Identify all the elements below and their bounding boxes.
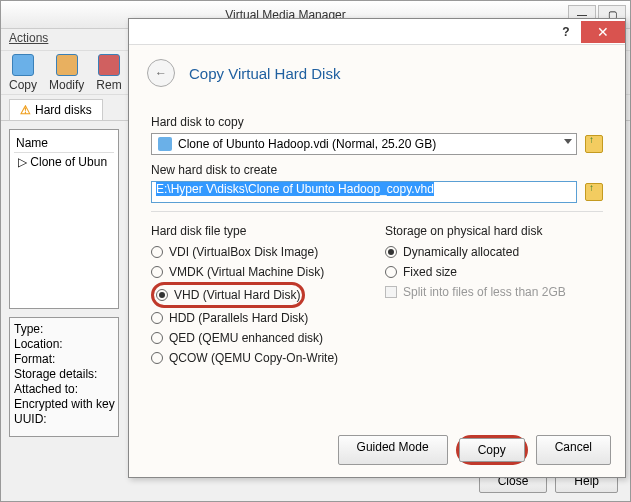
storage-group: Storage on physical hard disk Dynamicall… — [385, 216, 603, 368]
copy-icon — [12, 54, 34, 76]
list-header: Name — [14, 134, 114, 153]
disk-list[interactable]: Name ▷ Clone of Ubun — [9, 129, 119, 309]
browse-source-button[interactable] — [585, 135, 603, 153]
wizard-help-button[interactable]: ? — [551, 21, 581, 43]
wizard-body: Hard disk to copy Clone of Ubunto Hadoop… — [129, 101, 625, 374]
source-row: Clone of Ubunto Hadoop.vdi (Normal, 25.2… — [151, 133, 603, 155]
wizard-title: Copy Virtual Hard Disk — [189, 65, 340, 82]
back-button[interactable]: ← — [147, 59, 175, 87]
copy-highlight-circle: Copy — [456, 435, 528, 465]
list-item[interactable]: ▷ Clone of Ubun — [14, 153, 114, 171]
cancel-button[interactable]: Cancel — [536, 435, 611, 465]
radio-dynamic[interactable]: Dynamically allocated — [385, 242, 603, 262]
radio-icon — [151, 352, 163, 364]
new-disk-path-input[interactable]: E:\Hyper V\disks\Clone of Ubunto Hadoop_… — [151, 181, 577, 203]
detail-format: Format: — [14, 352, 114, 367]
newdisk-label: New hard disk to create — [151, 163, 603, 177]
options-columns: Hard disk file type VDI (VirtualBox Disk… — [151, 216, 603, 368]
radio-icon — [151, 332, 163, 344]
file-type-label: Hard disk file type — [151, 224, 369, 238]
modify-tool-label: Modify — [49, 78, 84, 92]
remove-tool-label: Rem — [96, 78, 121, 92]
radio-vdi[interactable]: VDI (VirtualBox Disk Image) — [151, 242, 369, 262]
warning-icon: ⚠ — [20, 103, 31, 117]
divider — [151, 211, 603, 212]
copy-button[interactable]: Copy — [459, 438, 525, 462]
source-disk-value: Clone of Ubunto Hadoop.vdi (Normal, 25.2… — [178, 137, 436, 151]
radio-hdd[interactable]: HDD (Parallels Hard Disk) — [151, 308, 369, 328]
detail-panel: Type: Location: Format: Storage details:… — [9, 317, 119, 437]
wizard-header: ← Copy Virtual Hard Disk — [129, 45, 625, 101]
vhd-highlight-circle: VHD (Virtual Hard Disk) — [151, 282, 305, 308]
file-type-group: Hard disk file type VDI (VirtualBox Disk… — [151, 216, 369, 368]
storage-label: Storage on physical hard disk — [385, 224, 603, 238]
wizard-button-bar: Guided Mode Copy Cancel — [338, 435, 611, 465]
new-disk-path-value: E:\Hyper V\disks\Clone of Ubunto Hadoop_… — [156, 182, 434, 196]
radio-icon — [151, 312, 163, 324]
radio-qcow[interactable]: QCOW (QEMU Copy-On-Write) — [151, 348, 369, 368]
hard-disks-tab[interactable]: ⚠ Hard disks — [9, 99, 103, 120]
radio-icon — [151, 266, 163, 278]
chevron-down-icon — [564, 139, 572, 144]
detail-storage: Storage details: — [14, 367, 114, 382]
checkbox-icon — [385, 286, 397, 298]
radio-icon — [385, 246, 397, 258]
copy-wizard-dialog: ? ✕ ← Copy Virtual Hard Disk Hard disk t… — [128, 18, 626, 478]
tab-label: Hard disks — [35, 103, 92, 117]
wizard-titlebar: ? ✕ — [129, 19, 625, 45]
radio-qed[interactable]: QED (QEMU enhanced disk) — [151, 328, 369, 348]
radio-fixed[interactable]: Fixed size — [385, 262, 603, 282]
guided-mode-button[interactable]: Guided Mode — [338, 435, 448, 465]
disk-icon — [158, 137, 172, 151]
check-split: Split into files of less than 2GB — [385, 282, 603, 302]
copy-tool-button[interactable]: Copy — [9, 54, 37, 92]
remove-tool-button[interactable]: Rem — [96, 54, 121, 92]
source-label: Hard disk to copy — [151, 115, 603, 129]
radio-icon — [156, 289, 168, 301]
detail-type: Type: — [14, 322, 114, 337]
radio-vmdk[interactable]: VMDK (Virtual Machine Disk) — [151, 262, 369, 282]
source-disk-combo[interactable]: Clone of Ubunto Hadoop.vdi (Normal, 25.2… — [151, 133, 577, 155]
radio-icon — [151, 246, 163, 258]
detail-attached: Attached to: — [14, 382, 114, 397]
copy-tool-label: Copy — [9, 78, 37, 92]
left-panel: Name ▷ Clone of Ubun Type: Location: For… — [9, 129, 119, 493]
remove-icon — [98, 54, 120, 76]
modify-tool-button[interactable]: Modify — [49, 54, 84, 92]
browse-dest-button[interactable] — [585, 183, 603, 201]
newdisk-row: E:\Hyper V\disks\Clone of Ubunto Hadoop_… — [151, 181, 603, 203]
detail-location: Location: — [14, 337, 114, 352]
wizard-close-button[interactable]: ✕ — [581, 21, 625, 43]
detail-encrypted: Encrypted with key — [14, 397, 114, 412]
radio-icon — [385, 266, 397, 278]
detail-uuid: UUID: — [14, 412, 114, 427]
radio-vhd[interactable]: VHD (Virtual Hard Disk) — [156, 285, 300, 305]
modify-icon — [56, 54, 78, 76]
